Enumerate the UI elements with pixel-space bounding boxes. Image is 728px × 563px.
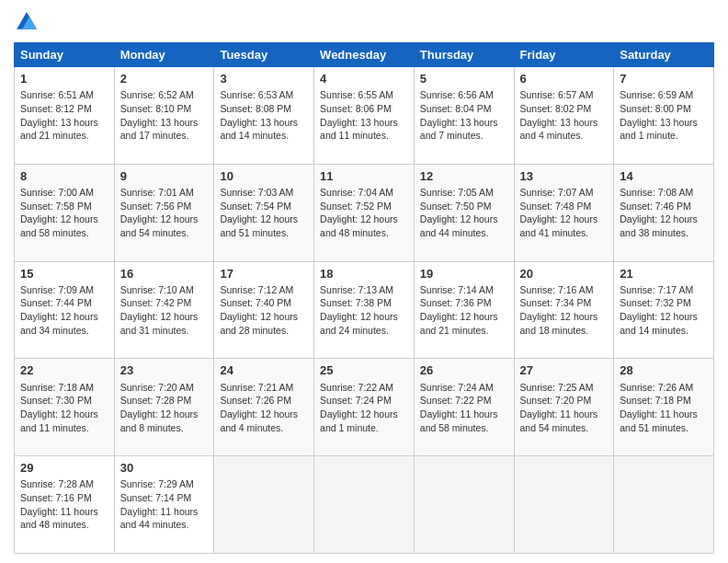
cell-1-7: 7Sunrise: 6:59 AMSunset: 8:00 PMDaylight…	[614, 67, 714, 165]
day-number: 4	[320, 71, 408, 87]
cell-3-2: 16Sunrise: 7:10 AMSunset: 7:42 PMDayligh…	[114, 261, 214, 359]
cell-2-4: 11Sunrise: 7:04 AMSunset: 7:52 PMDayligh…	[314, 164, 415, 261]
calendar-table: SundayMondayTuesdayWednesdayThursdayFrid…	[14, 42, 714, 554]
day-number: 3	[220, 71, 308, 87]
day-detail: Daylight: 13 hours	[20, 116, 108, 130]
cell-4-2: 23Sunrise: 7:20 AMSunset: 7:28 PMDayligh…	[114, 359, 214, 456]
cell-3-7: 21Sunrise: 7:17 AMSunset: 7:32 PMDayligh…	[614, 261, 714, 359]
day-detail: Sunrise: 7:26 AM	[620, 381, 708, 395]
cell-2-3: 10Sunrise: 7:03 AMSunset: 7:54 PMDayligh…	[214, 164, 314, 261]
day-detail: and 14 minutes.	[620, 324, 708, 338]
day-detail: Sunset: 7:30 PM	[20, 394, 108, 408]
day-detail: Sunrise: 7:28 AM	[20, 477, 108, 491]
cell-5-7	[614, 456, 714, 554]
day-detail: Daylight: 12 hours	[620, 310, 708, 324]
day-detail: Sunrise: 7:01 AM	[120, 186, 209, 200]
day-detail: Sunrise: 7:13 AM	[320, 283, 408, 297]
day-detail: Sunrise: 7:22 AM	[320, 381, 408, 395]
day-detail: Daylight: 11 hours	[420, 408, 508, 421]
day-detail: Sunset: 7:28 PM	[120, 394, 209, 408]
day-detail: and 38 minutes.	[620, 226, 708, 240]
day-number: 26	[420, 362, 508, 379]
day-detail: Sunrise: 7:20 AM	[120, 381, 209, 395]
day-detail: and 4 minutes.	[520, 129, 609, 143]
day-detail: and 34 minutes.	[20, 324, 108, 338]
cell-2-6: 13Sunrise: 7:07 AMSunset: 7:48 PMDayligh…	[514, 164, 614, 261]
cell-2-1: 8Sunrise: 7:00 AMSunset: 7:58 PMDaylight…	[15, 164, 115, 261]
day-detail: Daylight: 12 hours	[20, 213, 108, 226]
day-number: 10	[220, 168, 308, 185]
day-detail: Sunset: 7:22 PM	[420, 394, 508, 408]
cell-1-3: 3Sunrise: 6:53 AMSunset: 8:08 PMDaylight…	[214, 67, 314, 165]
day-detail: and 4 minutes.	[220, 421, 308, 435]
day-number: 27	[520, 362, 609, 379]
day-number: 7	[620, 71, 708, 87]
cell-4-1: 22Sunrise: 7:18 AMSunset: 7:30 PMDayligh…	[15, 359, 115, 456]
cell-5-2: 30Sunrise: 7:29 AMSunset: 7:14 PMDayligh…	[114, 456, 214, 554]
day-detail: Daylight: 12 hours	[320, 213, 408, 226]
day-number: 1	[20, 71, 108, 87]
day-detail: Daylight: 12 hours	[420, 213, 508, 226]
day-number: 15	[20, 266, 108, 282]
day-number: 13	[520, 168, 609, 185]
day-number: 19	[420, 266, 508, 282]
logo-icon	[14, 9, 40, 35]
day-detail: Sunset: 7:50 PM	[420, 200, 508, 213]
day-detail: Sunset: 7:48 PM	[520, 200, 609, 213]
day-detail: Daylight: 12 hours	[120, 310, 209, 324]
cell-1-4: 4Sunrise: 6:55 AMSunset: 8:06 PMDaylight…	[314, 67, 415, 165]
day-detail: Daylight: 12 hours	[220, 408, 308, 421]
day-detail: Daylight: 11 hours	[20, 505, 108, 519]
col-header-thursday: Thursday	[414, 43, 514, 67]
day-detail: Sunset: 7:42 PM	[120, 296, 209, 310]
day-detail: Daylight: 12 hours	[220, 213, 308, 226]
cell-2-7: 14Sunrise: 7:08 AMSunset: 7:46 PMDayligh…	[614, 164, 714, 261]
day-detail: Sunset: 7:36 PM	[420, 296, 508, 310]
day-detail: Sunset: 8:04 PM	[420, 102, 508, 116]
day-detail: and 8 minutes.	[120, 421, 209, 435]
day-detail: Daylight: 12 hours	[220, 310, 308, 324]
day-detail: Sunrise: 7:17 AM	[620, 283, 708, 297]
day-number: 14	[620, 168, 708, 185]
day-detail: Sunset: 7:26 PM	[220, 394, 308, 408]
cell-5-3	[214, 456, 314, 554]
day-detail: Daylight: 11 hours	[620, 408, 708, 421]
day-detail: Sunrise: 6:55 AM	[320, 88, 408, 102]
day-detail: Daylight: 12 hours	[120, 408, 209, 421]
day-detail: and 31 minutes.	[120, 324, 209, 338]
day-detail: Daylight: 12 hours	[520, 213, 609, 226]
day-detail: Sunset: 7:32 PM	[620, 296, 708, 310]
cell-4-6: 27Sunrise: 7:25 AMSunset: 7:20 PMDayligh…	[514, 359, 614, 456]
col-header-monday: Monday	[114, 43, 214, 67]
day-number: 2	[120, 71, 209, 87]
day-number: 8	[20, 168, 108, 185]
cell-5-5	[414, 456, 514, 554]
day-detail: Sunrise: 7:16 AM	[520, 283, 609, 297]
day-detail: Sunset: 7:44 PM	[20, 296, 108, 310]
week-row-5: 29Sunrise: 7:28 AMSunset: 7:16 PMDayligh…	[15, 456, 714, 554]
day-detail: Sunset: 7:56 PM	[120, 200, 209, 213]
day-detail: and 21 minutes.	[20, 129, 108, 143]
cell-4-4: 25Sunrise: 7:22 AMSunset: 7:24 PMDayligh…	[314, 359, 415, 456]
day-detail: and 51 minutes.	[220, 226, 308, 240]
day-detail: Daylight: 13 hours	[320, 116, 408, 130]
day-detail: Daylight: 11 hours	[520, 408, 609, 421]
day-detail: Daylight: 12 hours	[320, 408, 408, 421]
cell-4-5: 26Sunrise: 7:24 AMSunset: 7:22 PMDayligh…	[414, 359, 514, 456]
day-detail: Daylight: 12 hours	[320, 310, 408, 324]
day-detail: Sunrise: 7:24 AM	[420, 381, 508, 395]
cell-3-5: 19Sunrise: 7:14 AMSunset: 7:36 PMDayligh…	[414, 261, 514, 359]
week-row-1: 1Sunrise: 6:51 AMSunset: 8:12 PMDaylight…	[15, 67, 714, 165]
day-detail: Sunset: 7:24 PM	[320, 394, 408, 408]
logo	[14, 9, 43, 35]
day-detail: and 41 minutes.	[520, 226, 609, 240]
day-detail: Sunrise: 7:07 AM	[520, 186, 609, 200]
day-detail: Sunset: 8:12 PM	[20, 102, 108, 116]
cell-5-4	[314, 456, 415, 554]
day-number: 20	[520, 266, 609, 282]
day-detail: and 21 minutes.	[420, 324, 508, 338]
day-detail: Sunset: 7:40 PM	[220, 296, 308, 310]
day-detail: Daylight: 13 hours	[420, 116, 508, 130]
day-detail: Daylight: 12 hours	[620, 213, 708, 226]
day-detail: Sunrise: 7:29 AM	[120, 477, 209, 491]
